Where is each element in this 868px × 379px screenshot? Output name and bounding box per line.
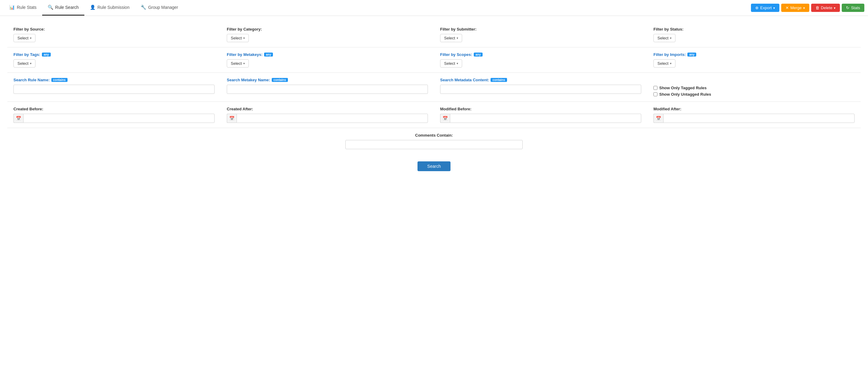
filter-submitter-label: Filter by Submitter:	[440, 27, 641, 31]
filter-metakeys-label: Filter by Metakeys: any	[227, 52, 428, 57]
filter-modified-before: Modified Before: 📅	[434, 102, 647, 128]
filter-category-value: Select	[231, 36, 242, 40]
metakey-name-input[interactable]	[227, 85, 428, 94]
filter-tags-select[interactable]: Select ▾	[13, 59, 35, 68]
filter-metakeys-select[interactable]: Select ▾	[227, 59, 249, 68]
tab-rule-submission[interactable]: 👤 Rule Submission	[84, 0, 135, 15]
only-untagged-checkbox-label[interactable]: Show Only Untagged Rules	[653, 92, 855, 97]
created-after-label: Created After:	[227, 107, 428, 111]
metadata-content-badge: contains	[491, 78, 507, 82]
filter-row-2: Filter by Tags: any Select ▾ Filter by M…	[7, 48, 861, 73]
created-before-date-group: 📅	[13, 114, 215, 123]
tab-rule-search[interactable]: 🔍 Rule Search	[42, 0, 84, 15]
scopes-caret-icon: ▾	[457, 62, 458, 65]
filter-source-select[interactable]: Select ▾	[13, 34, 35, 42]
filter-metakeys-value: Select	[231, 61, 242, 66]
only-untagged-checkbox[interactable]	[653, 92, 657, 96]
comments-input[interactable]	[345, 140, 523, 149]
merge-caret	[803, 5, 805, 10]
filter-tags-value: Select	[18, 61, 28, 66]
filter-category-select[interactable]: Select ▾	[227, 34, 249, 42]
filter-imports-value: Select	[657, 61, 669, 66]
created-after-calendar-btn[interactable]: 📅	[227, 114, 237, 123]
modified-before-date-group: 📅	[440, 114, 641, 123]
delete-caret	[834, 5, 836, 10]
filter-metakeys: Filter by Metakeys: any Select ▾	[221, 48, 434, 72]
filter-tags-label: Filter by Tags: any	[13, 52, 215, 57]
filter-scopes-label: Filter by Scopes: any	[440, 52, 641, 57]
search-section: Search	[7, 154, 861, 179]
delete-button[interactable]: 🗑 Delete	[811, 4, 840, 12]
filter-metadata-content-text: Search Metadata Content:	[440, 77, 489, 82]
merge-button[interactable]: ✕ Merge	[781, 4, 809, 12]
filter-submitter-select[interactable]: Select ▾	[440, 34, 462, 42]
created-after-input[interactable]	[237, 114, 428, 123]
modified-before-input[interactable]	[450, 114, 641, 123]
only-tagged-label: Show Only Tagged Rules	[659, 86, 707, 90]
filter-metakey-name-label: Search Metakey Name: contains	[227, 77, 428, 82]
export-icon: ⊕	[755, 5, 758, 10]
tab-group-manager[interactable]: 🔧 Group Manager	[135, 0, 184, 15]
rule-name-input[interactable]	[13, 85, 215, 94]
checkbox-group: Show Only Tagged Rules Show Only Untagge…	[653, 84, 855, 97]
metakeys-badge: any	[264, 53, 273, 57]
status-caret-icon: ▾	[670, 36, 672, 40]
comments-label: Comments Contain:	[415, 133, 453, 137]
filter-imports-text: Filter by Imports:	[653, 52, 686, 57]
tab-group-manager-label: Group Manager	[148, 5, 178, 10]
filter-scopes-text: Filter by Scopes:	[440, 52, 472, 57]
modified-after-input[interactable]	[663, 114, 855, 123]
filter-metadata-content-label: Search Metadata Content: contains	[440, 77, 641, 82]
filter-metadata-content: Search Metadata Content: contains	[434, 73, 647, 101]
search-tab-icon: 🔍	[48, 5, 54, 10]
filter-imports-label: Filter by Imports: any	[653, 52, 855, 57]
metadata-content-input[interactable]	[440, 85, 641, 94]
filter-submitter: Filter by Submitter: Select ▾	[434, 22, 647, 47]
modified-after-label: Modified After:	[653, 107, 855, 111]
filter-status-value: Select	[657, 36, 669, 40]
stats-label: Stats	[851, 5, 860, 10]
user-icon: 👤	[90, 5, 96, 10]
modified-before-calendar-btn[interactable]: 📅	[440, 114, 450, 123]
imports-caret-icon: ▾	[670, 62, 672, 65]
only-tagged-checkbox[interactable]	[653, 86, 657, 90]
search-button[interactable]: Search	[417, 161, 451, 171]
filter-imports: Filter by Imports: any Select ▾	[647, 48, 861, 72]
created-before-input[interactable]	[23, 114, 215, 123]
submitter-caret-icon: ▾	[457, 36, 458, 40]
bar-chart-icon: 📊	[9, 5, 15, 10]
modified-after-calendar-btn[interactable]: 📅	[653, 114, 663, 123]
created-before-calendar-btn[interactable]: 📅	[13, 114, 23, 123]
tags-badge: any	[42, 53, 51, 57]
trash-icon: 🗑	[815, 5, 819, 10]
filter-submitter-value: Select	[444, 36, 455, 40]
only-untagged-label: Show Only Untagged Rules	[659, 92, 711, 97]
metakey-name-badge: contains	[272, 78, 288, 82]
filter-scopes-value: Select	[444, 61, 455, 66]
category-caret-icon: ▾	[243, 36, 245, 40]
only-tagged-checkbox-label[interactable]: Show Only Tagged Rules	[653, 86, 855, 90]
filter-rule-name-label: Search Rule Name: contains	[13, 77, 215, 82]
filter-imports-select[interactable]: Select ▾	[653, 59, 676, 68]
delete-label: Delete	[821, 5, 833, 10]
filter-rule-name: Search Rule Name: contains	[7, 73, 221, 101]
export-button[interactable]: ⊕ Export	[751, 4, 779, 12]
main-content: Filter by Source: Select ▾ Filter by Cat…	[0, 16, 868, 379]
export-label: Export	[760, 5, 772, 10]
filter-tags-text: Filter by Tags:	[13, 52, 40, 57]
metakeys-caret-icon: ▾	[243, 62, 245, 65]
tab-rule-stats[interactable]: 📊 Rule Stats	[4, 0, 42, 15]
modified-after-date-group: 📅	[653, 114, 855, 123]
source-caret-icon: ▾	[30, 36, 31, 40]
filter-source: Filter by Source: Select ▾	[7, 22, 221, 47]
search-button-label: Search	[427, 164, 441, 169]
refresh-icon: ↻	[846, 5, 849, 10]
filter-category: Filter by Category: Select ▾	[221, 22, 434, 47]
stats-button[interactable]: ↻ Stats	[842, 4, 864, 12]
navbar: 📊 Rule Stats 🔍 Rule Search 👤 Rule Submis…	[0, 0, 868, 16]
created-before-label: Created Before:	[13, 107, 215, 111]
filter-row-1: Filter by Source: Select ▾ Filter by Cat…	[7, 22, 861, 48]
filter-scopes-select[interactable]: Select ▾	[440, 59, 462, 68]
filter-status-label: Filter by Status:	[653, 27, 855, 31]
filter-status-select[interactable]: Select ▾	[653, 34, 676, 42]
